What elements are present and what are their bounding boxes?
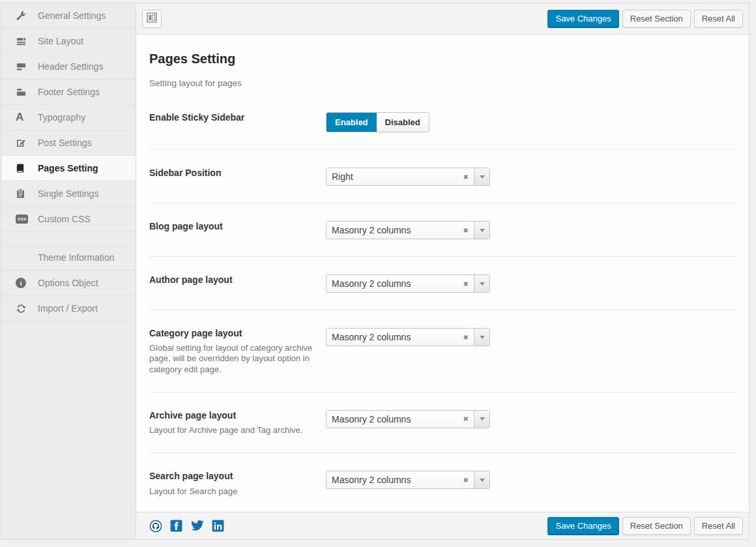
page-subtitle: Setting layout for pages	[149, 78, 736, 88]
select-input[interactable]: Right✖	[326, 168, 490, 186]
field-row: Blog page layoutMasonry 2 columns✖	[149, 203, 736, 257]
reset-all-button-top[interactable]: Reset All	[694, 10, 743, 28]
facebook-icon[interactable]	[170, 520, 182, 532]
field-control: Masonry 2 columns✖	[326, 274, 736, 293]
sidebar-item-import-export[interactable]: Import / Export	[1, 296, 136, 321]
select-value: Masonry 2 columns	[327, 329, 458, 346]
field-control: Masonry 2 columns✖	[326, 327, 736, 346]
field-control: Masonry 2 columns✖	[326, 470, 736, 489]
clear-icon[interactable]: ✖	[458, 275, 474, 292]
field-control: EnabledDisabled	[326, 111, 736, 132]
toggle-option-disabled[interactable]: Disabled	[377, 113, 429, 132]
sidebar-divider	[1, 232, 136, 245]
sidebar-item-theme-information[interactable]: Theme Information	[1, 245, 136, 271]
save-changes-button-top[interactable]: Save Changes	[547, 10, 618, 28]
select-value: Masonry 2 columns	[327, 411, 458, 428]
clear-icon[interactable]: ✖	[458, 222, 474, 239]
clear-icon[interactable]: ✖	[458, 329, 474, 346]
book-icon	[16, 162, 29, 174]
field-description: Layout for Search page	[149, 486, 314, 497]
select-value: Right	[327, 168, 458, 185]
select-input[interactable]: Masonry 2 columns✖	[326, 328, 490, 346]
github-icon[interactable]	[149, 520, 162, 533]
sidebar-item-pages-setting[interactable]: Pages Setting	[1, 156, 136, 181]
sidebar-item-options-object[interactable]: iOptions Object	[1, 271, 136, 296]
sidebar-item-post-settings[interactable]: Post Settings	[1, 130, 136, 156]
sidebar-item-general-settings[interactable]: General Settings	[1, 3, 136, 29]
clear-icon[interactable]: ✖	[458, 411, 474, 428]
select-input[interactable]: Masonry 2 columns✖	[326, 410, 490, 428]
sidebar-item-site-layout[interactable]: Site Layout	[1, 29, 136, 54]
field-label: Category page layout	[149, 327, 314, 339]
sidebar-item-custom-css[interactable]: cssCustom CSS	[1, 207, 136, 232]
field-row: Category page layoutGlobal setting for l…	[149, 310, 736, 392]
sidebar-item-label: Header Settings	[38, 61, 103, 72]
sidebar-item-label: Pages Setting	[38, 163, 98, 173]
refresh-icon	[16, 303, 29, 314]
admin-page: General SettingsSite LayoutHeader Settin…	[0, 0, 756, 547]
select-value: Masonry 2 columns	[327, 222, 458, 239]
field-control: Right✖	[326, 167, 736, 186]
dropdown-arrow-icon[interactable]	[474, 275, 489, 292]
sidebar-toggle-button[interactable]	[142, 10, 162, 28]
field-label: Blog page layout	[149, 220, 314, 232]
select-input[interactable]: Masonry 2 columns✖	[326, 221, 490, 239]
field-label-block: Sidebar Position	[149, 167, 326, 179]
sidebar-item-label: Typography	[38, 112, 85, 123]
select-input[interactable]: Masonry 2 columns✖	[326, 274, 490, 293]
reset-section-button-top[interactable]: Reset Section	[622, 10, 691, 28]
field-row: Enable Sticky SidebarEnabledDisabled	[149, 95, 736, 150]
field-row: Search page layoutLayout for Search page…	[149, 453, 736, 512]
save-changes-button-bottom[interactable]: Save Changes	[547, 517, 618, 535]
select-value: Masonry 2 columns	[327, 471, 458, 488]
sidebar-item-label: Site Layout	[38, 36, 83, 46]
dropdown-arrow-icon[interactable]	[474, 168, 489, 185]
dropdown-arrow-icon[interactable]	[474, 329, 489, 346]
field-label-block: Blog page layout	[149, 220, 326, 232]
sidebar-item-label: Footer Settings	[38, 87, 100, 97]
toggle-button-group: EnabledDisabled	[326, 112, 429, 132]
wrench-icon	[16, 10, 29, 22]
top-action-bar: Save Changes Reset Section Reset All	[136, 3, 749, 35]
linkedin-icon[interactable]	[212, 520, 224, 532]
field-description: Layout for Archive page and Tag archive.	[149, 425, 314, 436]
sidebar-item-label: Post Settings	[38, 138, 92, 148]
layout-toggle-icon	[147, 12, 157, 25]
options-panel: General SettingsSite LayoutHeader Settin…	[1, 3, 749, 540]
settings-sidebar: General SettingsSite LayoutHeader Settin…	[1, 3, 136, 539]
clear-icon[interactable]: ✖	[458, 168, 474, 185]
sidebar-item-header-settings[interactable]: Header Settings	[1, 54, 136, 80]
sidebar-item-typography[interactable]: ATypography	[1, 105, 136, 130]
field-label: Author page layout	[149, 274, 314, 286]
sidebar-item-label: Custom CSS	[38, 214, 91, 224]
header-icon	[16, 61, 29, 72]
select-input[interactable]: Masonry 2 columns✖	[326, 471, 490, 489]
twitter-icon[interactable]	[190, 520, 204, 532]
clear-icon[interactable]: ✖	[458, 471, 474, 488]
toggle-option-enabled[interactable]: Enabled	[327, 113, 377, 132]
clipboard-icon	[16, 188, 29, 200]
field-label-block: Author page layout	[149, 274, 326, 286]
sidebar-item-label: General Settings	[38, 10, 106, 21]
reset-section-button-bottom[interactable]: Reset Section	[622, 517, 691, 535]
sidebar-item-single-settings[interactable]: Single Settings	[1, 181, 136, 207]
settings-content: Pages Setting Setting layout for pages E…	[136, 35, 749, 512]
social-links	[149, 520, 232, 533]
dropdown-arrow-icon[interactable]	[474, 411, 489, 428]
sidebar-item-label: Options Object	[38, 278, 98, 288]
field-row: Author page layoutMasonry 2 columns✖	[149, 257, 736, 310]
dropdown-arrow-icon[interactable]	[474, 222, 489, 239]
dropdown-arrow-icon[interactable]	[474, 471, 489, 488]
sidebar-item-footer-settings[interactable]: Footer Settings	[1, 80, 136, 105]
field-label: Enable Sticky Sidebar	[149, 111, 314, 123]
sidebar-item-label: Import / Export	[38, 303, 98, 314]
sidebar-filler	[1, 321, 136, 539]
field-label-block: Category page layoutGlobal setting for l…	[149, 327, 326, 375]
reset-all-button-bottom[interactable]: Reset All	[694, 517, 743, 535]
page-title: Pages Setting	[149, 52, 736, 67]
sidebar-item-label: Single Settings	[38, 188, 98, 199]
select-value: Masonry 2 columns	[327, 275, 458, 292]
sidebar-item-label: Theme Information	[38, 252, 115, 263]
field-label-block: Enable Sticky Sidebar	[149, 111, 326, 123]
info-icon: i	[16, 277, 29, 289]
